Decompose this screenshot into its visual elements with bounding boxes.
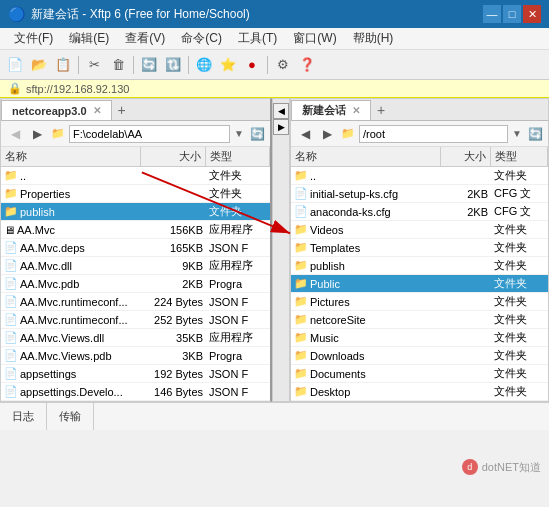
left-col-size: 大小: [141, 147, 206, 166]
toolbar-red-btn[interactable]: ●: [241, 54, 263, 76]
file-icon: 📁: [294, 313, 308, 326]
file-name: appsettings.Develo...: [20, 386, 123, 398]
right-file-row[interactable]: 📁 Pictures 文件夹: [291, 293, 548, 311]
minimize-button[interactable]: —: [483, 5, 501, 23]
right-file-row[interactable]: 📄 anaconda-ks.cfg 2KB CFG 文: [291, 203, 548, 221]
right-file-row[interactable]: 📁 Public 文件夹: [291, 275, 548, 293]
menu-edit[interactable]: 编辑(E): [63, 29, 115, 48]
menu-view[interactable]: 查看(V): [119, 29, 171, 48]
file-size: 146 Bytes: [141, 386, 206, 398]
left-nav-forward[interactable]: ▶: [27, 124, 47, 144]
file-icon: 📁: [4, 205, 18, 218]
left-address-input[interactable]: [69, 125, 230, 143]
file-name: AA.Mvc: [17, 224, 55, 236]
file-type: Progra: [206, 278, 270, 290]
toolbar-open-btn[interactable]: 📂: [28, 54, 50, 76]
right-file-row[interactable]: 📁 Videos 文件夹: [291, 221, 548, 239]
left-file-row[interactable]: 📄 AA.Mvc.Views.pdb 3KB Progra: [1, 347, 270, 365]
toolbar-help-btn[interactable]: ❓: [296, 54, 318, 76]
menu-command[interactable]: 命令(C): [175, 29, 228, 48]
lock-icon: 🔒: [8, 82, 22, 95]
menu-tools[interactable]: 工具(T): [232, 29, 283, 48]
left-file-row[interactable]: 📄 AA.Mvc.dll 9KB 应用程序: [1, 257, 270, 275]
toolbar-settings-btn[interactable]: ⚙: [272, 54, 294, 76]
left-tab-close[interactable]: ✕: [93, 105, 101, 116]
file-size: 156KB: [141, 224, 206, 236]
right-tab-active[interactable]: 新建会话 ✕: [291, 100, 371, 120]
toolbar-sync-btn[interactable]: 🔃: [162, 54, 184, 76]
right-col-name: 名称: [291, 147, 441, 166]
file-name: Pictures: [310, 296, 350, 308]
left-file-row[interactable]: 📄 AA.Mvc.runtimeconf... 252 Bytes JSON F: [1, 311, 270, 329]
right-file-row[interactable]: 📁 .. 文件夹: [291, 167, 548, 185]
toolbar-star-btn[interactable]: ⭐: [217, 54, 239, 76]
right-panel-toolbar: ◀ ▶ 📁 ▼ 🔄: [291, 121, 548, 147]
left-panel: netcoreapp3.0 ✕ + ◀ ▶ 📁 ▼ 🔄 名称 大小 类型: [0, 98, 272, 402]
close-button[interactable]: ✕: [523, 5, 541, 23]
menu-help[interactable]: 帮助(H): [347, 29, 400, 48]
toolbar-globe-btn[interactable]: 🌐: [193, 54, 215, 76]
left-file-row[interactable]: 📄 appsettings 192 Bytes JSON F: [1, 365, 270, 383]
right-file-row[interactable]: 📁 publish 文件夹: [291, 257, 548, 275]
right-tab-add[interactable]: +: [371, 100, 391, 120]
toolbar-sep-1: [78, 56, 79, 74]
file-name: ..: [20, 170, 26, 182]
right-file-row[interactable]: 📁 Downloads 文件夹: [291, 347, 548, 365]
file-size: 2KB: [141, 278, 206, 290]
toolbar-delete-btn[interactable]: 🗑: [107, 54, 129, 76]
status-bar: 日志 传输 d dotNET知道: [0, 402, 549, 430]
center-nav-right[interactable]: ▶: [273, 119, 289, 135]
file-icon: 🖥: [4, 224, 15, 236]
right-refresh-btn[interactable]: 🔄: [526, 125, 544, 143]
file-icon: 📁: [294, 223, 308, 236]
left-tab-add[interactable]: +: [112, 100, 132, 120]
right-nav-back[interactable]: ◀: [295, 124, 315, 144]
right-tab-close[interactable]: ✕: [352, 105, 360, 116]
left-refresh-btn[interactable]: 🔄: [248, 125, 266, 143]
file-type: 文件夹: [491, 222, 548, 237]
file-icon: 📄: [4, 295, 18, 308]
toolbar-cut-btn[interactable]: ✂: [83, 54, 105, 76]
left-file-row[interactable]: 📁 publish 文件夹: [1, 203, 270, 221]
toolbar-new-btn[interactable]: 📄: [4, 54, 26, 76]
file-icon: 📁: [4, 169, 18, 182]
left-tab-active[interactable]: netcoreapp3.0 ✕: [1, 100, 112, 120]
right-file-row[interactable]: 📁 Music 文件夹: [291, 329, 548, 347]
right-file-row[interactable]: 📁 Documents 文件夹: [291, 365, 548, 383]
menu-file[interactable]: 文件(F): [8, 29, 59, 48]
left-file-row[interactable]: 📄 appsettings.Develo... 146 Bytes JSON F: [1, 383, 270, 401]
right-file-row[interactable]: 📄 initial-setup-ks.cfg 2KB CFG 文: [291, 185, 548, 203]
file-icon: 📁: [294, 331, 308, 344]
connection-bar: 🔒 sftp://192.168.92.130: [0, 80, 549, 98]
status-tab-log[interactable]: 日志: [0, 403, 47, 430]
file-icon: 📄: [4, 367, 18, 380]
right-file-row[interactable]: 📁 netcoreSite 文件夹: [291, 311, 548, 329]
right-nav-forward[interactable]: ▶: [317, 124, 337, 144]
center-nav-left[interactable]: ◀: [273, 103, 289, 119]
left-file-row[interactable]: 📄 AA.Mvc.Views.dll 35KB 应用程序: [1, 329, 270, 347]
file-size: 35KB: [141, 332, 206, 344]
left-file-row[interactable]: 📄 AA.Mvc.runtimeconf... 224 Bytes JSON F: [1, 293, 270, 311]
left-file-row[interactable]: 📁 .. 文件夹: [1, 167, 270, 185]
right-dropdown-icon[interactable]: ▼: [512, 128, 522, 139]
file-size: 224 Bytes: [141, 296, 206, 308]
left-file-row[interactable]: 📁 Properties 文件夹: [1, 185, 270, 203]
left-file-row[interactable]: 🖥 AA.Mvc 156KB 应用程序: [1, 221, 270, 239]
right-address-input[interactable]: [359, 125, 508, 143]
right-file-row[interactable]: 📁 Desktop 文件夹: [291, 383, 548, 401]
left-file-row[interactable]: 📄 AA.Mvc.deps 165KB JSON F: [1, 239, 270, 257]
left-file-row[interactable]: 📄 AA.Mvc.pdb 2KB Progra: [1, 275, 270, 293]
file-icon: 📁: [294, 259, 308, 272]
status-tab-transfer[interactable]: 传输: [47, 403, 94, 430]
file-type: CFG 文: [491, 204, 548, 219]
left-nav-back[interactable]: ◀: [5, 124, 25, 144]
left-dropdown-icon[interactable]: ▼: [234, 128, 244, 139]
right-file-row[interactable]: 📁 Templates 文件夹: [291, 239, 548, 257]
toolbar-copy-btn[interactable]: 📋: [52, 54, 74, 76]
maximize-button[interactable]: □: [503, 5, 521, 23]
menu-window[interactable]: 窗口(W): [287, 29, 342, 48]
file-name: Desktop: [310, 386, 350, 398]
toolbar-refresh-btn[interactable]: 🔄: [138, 54, 160, 76]
left-col-header: 名称 大小 类型: [1, 147, 270, 167]
file-type: JSON F: [206, 314, 270, 326]
